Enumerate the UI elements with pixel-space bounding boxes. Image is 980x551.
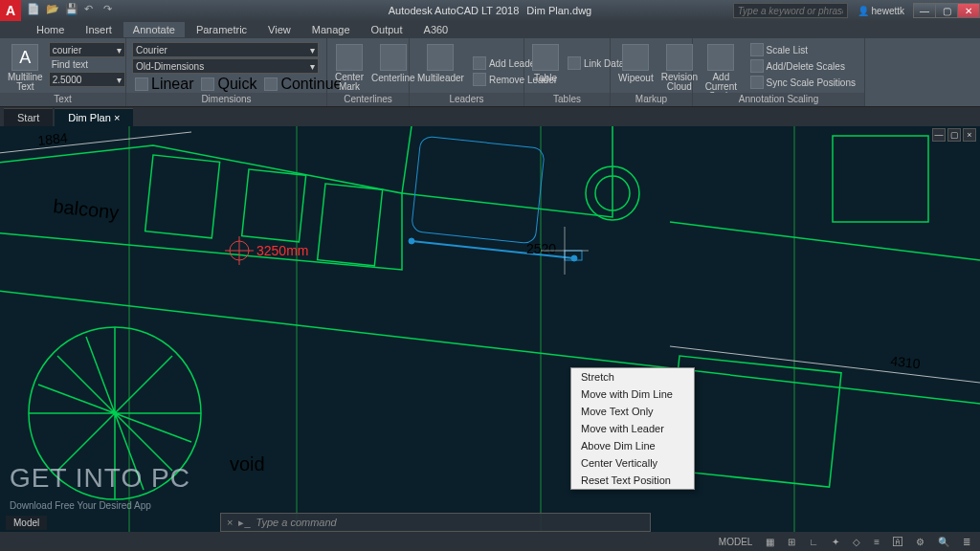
status-menu-icon[interactable]: ≣ — [959, 537, 974, 547]
chevron-down-icon: ▾ — [117, 75, 122, 85]
tab-annotate[interactable]: Annotate — [123, 22, 185, 37]
minimize-button[interactable]: — — [913, 3, 936, 18]
sync-icon — [750, 76, 764, 89]
tab-a360[interactable]: A360 — [414, 22, 458, 37]
panel-leaders: Multileader Add Leader Remove Leader Lea… — [410, 38, 524, 106]
tab-home[interactable]: Home — [27, 22, 74, 37]
panel-title-scaling: Annotation Scaling — [693, 93, 864, 106]
tab-start[interactable]: Start — [4, 108, 53, 126]
label-balcony: balcony — [53, 195, 121, 223]
svg-rect-6 — [318, 184, 383, 266]
window-title: Autodesk AutoCAD LT 2018 Dim Plan.dwg — [389, 5, 591, 16]
qat-redo-icon[interactable]: ↷ — [103, 3, 119, 18]
ctx-above-dim-line[interactable]: Above Dim Line — [571, 437, 694, 454]
sync-scale-button[interactable]: Sync Scale Positions — [747, 75, 858, 90]
status-polar-icon[interactable]: ✦ — [828, 537, 843, 547]
user-menu[interactable]: 👤 hewettk — [852, 6, 910, 16]
scale-list-button[interactable]: Scale List — [747, 42, 858, 57]
status-osnap-icon[interactable]: ◇ — [849, 537, 864, 547]
tab-output[interactable]: Output — [362, 22, 412, 37]
status-anno-icon[interactable]: 🄰 — [889, 537, 906, 547]
status-snap-icon[interactable]: ⊞ — [784, 537, 799, 547]
command-line[interactable]: × ▸_ Type a command — [220, 513, 651, 532]
qat-undo-icon[interactable]: ↶ — [84, 3, 100, 18]
watermark-text: GET INTO PC — [10, 463, 190, 494]
tab-insert[interactable]: Insert — [76, 22, 122, 37]
panel-title-centerlines: Centerlines — [327, 93, 409, 106]
centerline-icon — [380, 44, 407, 71]
ctx-reset-text[interactable]: Reset Text Position — [571, 472, 694, 489]
tab-manage[interactable]: Manage — [302, 22, 360, 37]
cmd-close-icon[interactable]: × — [227, 517, 233, 528]
chevron-down-icon: ▾ — [117, 45, 122, 55]
qat-new-icon[interactable]: 📄 — [27, 3, 42, 18]
cmd-prompt-icon: ▸_ — [238, 517, 250, 529]
table-icon — [532, 44, 559, 71]
close-tab-icon[interactable]: × — [114, 112, 120, 123]
model-space-tab[interactable]: Model — [6, 516, 47, 530]
panel-dimensions: Courier▾ Old-Dimensions▾ Linear Quick Co… — [126, 38, 327, 106]
panel-markup: Wipeout Revision Cloud Markup — [611, 38, 693, 106]
scale-list-icon — [750, 43, 764, 56]
panel-title-text: Text — [0, 93, 125, 106]
ctx-move-text-only[interactable]: Move Text Only — [571, 403, 694, 420]
ribbon-tabs: Home Insert Annotate Parametric View Man… — [0, 21, 980, 38]
dim-font-combo[interactable]: Courier▾ — [132, 42, 319, 57]
drawing-canvas[interactable]: — ▢ × — [0, 126, 980, 532]
svg-point-14 — [409, 238, 414, 244]
status-lweight-icon[interactable]: ≡ — [870, 537, 883, 547]
tab-view[interactable]: View — [258, 22, 301, 37]
status-ortho-icon[interactable]: ∟ — [805, 537, 822, 547]
app-icon[interactable]: A — [0, 0, 21, 21]
close-button[interactable]: ✕ — [957, 3, 980, 18]
multileader-icon — [427, 44, 454, 71]
dim-style-combo[interactable]: Old-Dimensions▾ — [132, 58, 319, 74]
remove-leader-icon — [473, 73, 486, 86]
help-search-input[interactable] — [733, 3, 848, 18]
add-leader-icon — [473, 56, 486, 70]
dimension-context-menu: Stretch Move with Dim Line Move Text Onl… — [570, 367, 695, 490]
status-zoom-icon[interactable]: 🔍 — [934, 537, 953, 547]
qat-open-icon[interactable]: 📂 — [46, 3, 61, 18]
ctx-center-vertically[interactable]: Center Vertically — [571, 454, 694, 472]
chevron-down-icon: ▾ — [310, 45, 315, 55]
ctx-move-with-leader[interactable]: Move with Leader — [571, 420, 694, 437]
dim-2520[interactable]: 2520 — [526, 241, 556, 256]
multiline-text-button[interactable]: AMultiline Text — [6, 42, 45, 94]
table-button[interactable]: Table — [530, 42, 561, 85]
qat-save-icon[interactable]: 💾 — [65, 3, 80, 18]
app-title: Autodesk AutoCAD LT 2018 — [389, 5, 520, 16]
adddel-icon — [750, 59, 764, 73]
multileader-button[interactable]: Multileader — [415, 42, 466, 85]
wipeout-button[interactable]: Wipeout — [616, 42, 656, 85]
link-icon — [568, 56, 581, 70]
text-height-combo[interactable]: 2.5000▾ — [49, 72, 125, 87]
ctx-move-dim-line[interactable]: Move with Dim Line — [571, 386, 694, 403]
status-model[interactable]: MODEL — [715, 537, 757, 547]
panel-title-tables: Tables — [524, 93, 610, 106]
ctx-stretch[interactable]: Stretch — [571, 368, 694, 386]
center-mark-icon — [336, 44, 363, 71]
svg-rect-12 — [412, 136, 546, 244]
chevron-down-icon: ▾ — [310, 61, 315, 72]
dim-4310: 4310 — [890, 353, 922, 371]
font-combo[interactable]: courier▾ — [49, 42, 125, 57]
center-mark-button[interactable]: Center Mark — [333, 42, 366, 94]
quick-icon — [201, 77, 214, 91]
linear-dim-button[interactable]: Linear — [132, 75, 196, 94]
tab-dim-plan[interactable]: Dim Plan × — [55, 108, 133, 126]
linear-icon — [135, 77, 148, 91]
status-grid-icon[interactable]: ▦ — [762, 537, 778, 547]
cloud-icon — [666, 44, 693, 71]
svg-line-18 — [670, 346, 980, 383]
panel-annotation-scaling: Add Current Scale Scale List Add/Delete … — [693, 38, 865, 106]
status-gear-icon[interactable]: ⚙ — [912, 537, 928, 547]
dim-1884: 1884 — [37, 130, 69, 148]
tab-parametric[interactable]: Parametric — [187, 22, 256, 37]
maximize-button[interactable]: ▢ — [935, 3, 958, 18]
quick-dim-button[interactable]: Quick — [198, 75, 259, 94]
find-text-button[interactable]: Find text — [49, 58, 125, 71]
status-bar: MODEL ▦ ⊞ ∟ ✦ ◇ ≡ 🄰 ⚙ 🔍 ≣ — [0, 532, 980, 551]
dim-3250: 3250mm — [256, 243, 308, 258]
add-delete-scales-button[interactable]: Add/Delete Scales — [747, 58, 858, 74]
